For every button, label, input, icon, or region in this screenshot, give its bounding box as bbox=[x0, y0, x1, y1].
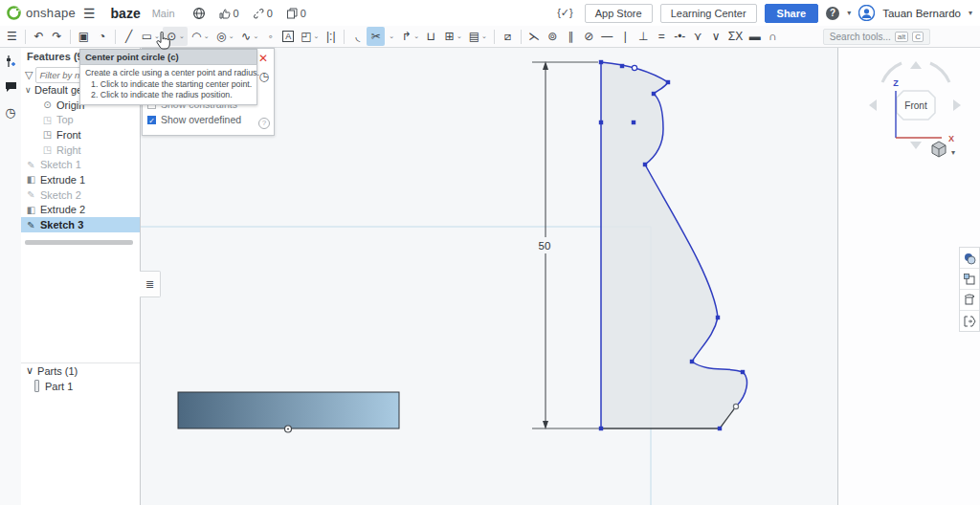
comments-icon[interactable] bbox=[5, 81, 17, 93]
links-counter[interactable]: 0 bbox=[253, 8, 273, 19]
text-tool-button[interactable]: A bbox=[279, 27, 297, 46]
horizontal-constraint-button[interactable]: — bbox=[598, 27, 616, 46]
dropdown-caret-icon[interactable]: ⌄ bbox=[254, 33, 259, 40]
view-mode-button[interactable]: ▾ bbox=[932, 142, 955, 157]
section-view-button[interactable] bbox=[960, 269, 979, 290]
parallel-constraint-button[interactable]: ∥ bbox=[562, 27, 580, 46]
circle-tool-button[interactable]: ⊙⌄ bbox=[163, 27, 188, 46]
dimension-label[interactable]: 50 bbox=[539, 240, 551, 252]
feature-item-right[interactable]: ◳ Right bbox=[21, 143, 140, 158]
share-button[interactable]: Share bbox=[765, 4, 819, 23]
arc-tool-button[interactable]: ◠⌄ bbox=[188, 27, 212, 46]
vertical-constraint-button[interactable]: | bbox=[616, 27, 635, 46]
dropdown-caret-icon[interactable]: ⌄ bbox=[229, 33, 234, 40]
onshape-logo[interactable]: onshape bbox=[0, 6, 76, 20]
show-overdefined-checkbox[interactable]: ✓ bbox=[147, 116, 156, 124]
symmetric-constraint-button[interactable]: ΣΧ bbox=[725, 27, 746, 46]
featurescript-icon[interactable]: {✓} bbox=[557, 7, 573, 19]
fix-constraint-button[interactable]: ▬ bbox=[746, 27, 764, 46]
perpendicular-constraint-button[interactable]: ⊥ bbox=[635, 27, 653, 46]
concentric-constraint-button[interactable]: ⊚ bbox=[544, 27, 562, 46]
use-project-tool-button[interactable]: ◰⌄ bbox=[297, 27, 322, 46]
fillet-tool-button[interactable]: ◟ bbox=[348, 27, 367, 46]
rotate-down-arrow[interactable] bbox=[910, 142, 922, 149]
main-menu-icon[interactable]: ☰ bbox=[83, 6, 96, 21]
exploded-view-button[interactable] bbox=[960, 311, 979, 331]
equal-constraint-button[interactable]: = bbox=[653, 27, 671, 46]
document-title[interactable]: baze bbox=[111, 6, 141, 21]
feature-item-sketch3[interactable]: ✎ Sketch 3 bbox=[21, 217, 140, 232]
redo-button[interactable]: ↷ bbox=[48, 27, 66, 46]
part1-body[interactable] bbox=[178, 392, 399, 428]
feature-item-extrude1[interactable]: ◧ Extrude 1 bbox=[21, 172, 140, 187]
workspace-name[interactable]: Main bbox=[152, 8, 175, 19]
spline-tool-button[interactable]: ∿⌄ bbox=[237, 27, 262, 46]
part-item-part1[interactable]: Part 1 bbox=[34, 380, 73, 392]
parts-header[interactable]: ∨ Parts (1) bbox=[26, 364, 78, 377]
coincident-constraint-button[interactable]: ⋋ bbox=[525, 27, 544, 46]
point-tool-button[interactable]: ◦ bbox=[261, 27, 279, 46]
midpoint-constraint-button[interactable]: -•- bbox=[671, 27, 689, 46]
rotate-right-arrow[interactable] bbox=[953, 99, 961, 111]
dialog-close-icon[interactable]: ✕ bbox=[258, 52, 268, 65]
copies-counter[interactable]: 0 bbox=[286, 8, 306, 19]
chevron-down-icon[interactable]: ∨ bbox=[26, 364, 33, 377]
dropdown-caret-icon[interactable]: ⌄ bbox=[204, 33, 210, 40]
dropdown-caret-icon[interactable]: ⌄ bbox=[481, 33, 487, 40]
help-caret-icon[interactable]: ▾ bbox=[847, 9, 851, 17]
feature-list-flyout-button[interactable]: ≣ bbox=[140, 271, 161, 297]
user-menu-caret-icon[interactable]: ▾ bbox=[969, 9, 972, 17]
dropdown-caret-icon[interactable]: ⌄ bbox=[179, 33, 185, 40]
dropdown-caret-icon[interactable]: ⌄ bbox=[154, 33, 160, 40]
feature-item-top[interactable]: ◳ Top bbox=[21, 112, 140, 127]
feature-item-sketch1[interactable]: ✎ Sketch 1 bbox=[21, 157, 140, 172]
rectangle-tool-button[interactable]: ▭⌄ bbox=[138, 27, 163, 46]
undo-button[interactable]: ↶ bbox=[30, 27, 48, 46]
user-name[interactable]: Tauan Bernardo bbox=[882, 8, 961, 19]
extrude-button[interactable]: ◔ bbox=[93, 27, 111, 46]
construction-tool-button[interactable]: ⧄ bbox=[499, 27, 517, 46]
split-tool-button[interactable]: ⊔ bbox=[422, 27, 440, 46]
rotate-ccw-arc[interactable] bbox=[882, 63, 902, 82]
dialog-history-icon[interactable]: ◷ bbox=[259, 70, 269, 83]
rotate-cw-arc[interactable] bbox=[930, 63, 949, 82]
pierce-constraint-button[interactable]: ⋎ bbox=[689, 27, 707, 46]
view-mode-caret-icon[interactable]: ▾ bbox=[951, 148, 955, 157]
pattern-tool-button[interactable]: ⊞⌄ bbox=[440, 27, 465, 46]
filter-funnel-icon[interactable]: ▽ bbox=[25, 69, 33, 81]
mirror-tool-button[interactable]: |:| bbox=[322, 27, 340, 46]
extend-tool-button[interactable]: ↱⌄ bbox=[397, 27, 422, 46]
dialog-help-icon[interactable]: ? bbox=[258, 118, 270, 129]
appearance-button[interactable] bbox=[960, 248, 979, 269]
origin-marker[interactable] bbox=[285, 426, 292, 432]
rotate-left-arrow[interactable] bbox=[869, 99, 877, 111]
tangent-constraint-button[interactable]: ⊘ bbox=[580, 27, 598, 46]
feature-item-front[interactable]: ◳ Front bbox=[21, 127, 140, 143]
dropdown-caret-icon[interactable]: ⌄ bbox=[413, 33, 419, 40]
feature-item-sketch2[interactable]: ✎ Sketch 2 bbox=[21, 187, 140, 203]
show-overdefined-row[interactable]: ✓ Show overdefined bbox=[147, 114, 241, 125]
app-store-button[interactable]: App Store bbox=[585, 4, 653, 23]
feature-list-toggle-button[interactable]: ☰ bbox=[3, 27, 21, 46]
search-tools-box[interactable]: Search tools... alt C bbox=[823, 29, 930, 45]
rollback-bar[interactable] bbox=[25, 240, 133, 245]
dropdown-caret-icon[interactable]: ⌄ bbox=[457, 33, 462, 40]
history-icon[interactable]: ◷ bbox=[5, 106, 15, 119]
rotate-up-arrow[interactable] bbox=[910, 61, 922, 69]
chevron-down-icon[interactable]: ∨ bbox=[25, 85, 34, 95]
line-tool-button[interactable]: ╱ bbox=[120, 27, 138, 46]
curvature-constraint-button[interactable]: ∩ bbox=[764, 27, 782, 46]
trim-dropdown[interactable]: ⌄ bbox=[385, 27, 397, 46]
view-cube[interactable]: Front Z X bbox=[869, 61, 961, 149]
sketch-button[interactable]: ▣ bbox=[75, 27, 93, 46]
globe-icon[interactable] bbox=[192, 7, 206, 20]
help-button[interactable]: ? bbox=[826, 7, 839, 20]
dropdown-caret-icon[interactable]: ⌄ bbox=[313, 33, 319, 40]
learning-center-button[interactable]: Learning Center bbox=[660, 4, 757, 23]
variables-icon[interactable] bbox=[5, 55, 17, 68]
normal-constraint-button[interactable]: ∨ bbox=[707, 27, 725, 46]
likes-counter[interactable]: 0 bbox=[219, 8, 239, 19]
feature-item-extrude2[interactable]: ◧ Extrude 2 bbox=[21, 203, 140, 218]
trim-tool-button[interactable]: ✂ bbox=[367, 27, 385, 46]
named-views-button[interactable] bbox=[960, 290, 979, 311]
